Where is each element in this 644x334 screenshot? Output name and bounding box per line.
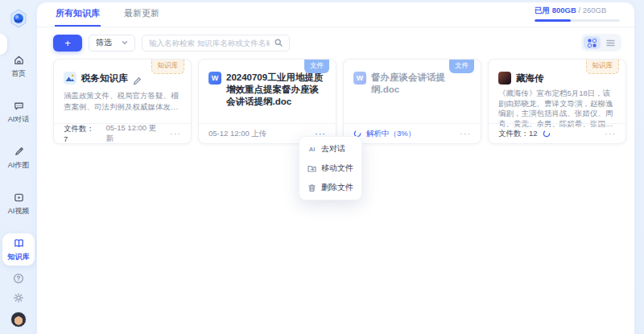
file-badge: 文件 bbox=[304, 60, 329, 73]
sidebar-item-label: 知识库 bbox=[8, 252, 30, 262]
toolbar: + 筛选 bbox=[37, 27, 634, 57]
sidebar-item-label: AI视频 bbox=[8, 206, 30, 216]
ai-icon: AI bbox=[308, 146, 316, 153]
main-panel: 所有知识库 最新更新 已用 800GB / 260GB + 筛选 bbox=[37, 2, 634, 334]
menu-item-label: 去对话 bbox=[321, 143, 345, 155]
sidebar-item-ai-draw[interactable]: AI作图 bbox=[2, 142, 35, 174]
cover-thumbnail bbox=[498, 72, 511, 85]
more-menu-button[interactable]: ··· bbox=[460, 130, 471, 137]
filter-dropdown[interactable]: 筛选 bbox=[89, 35, 135, 52]
knowledge-base-card[interactable]: 知识库 税务知识库 涵盖政策文件、税局官方答疑、稽查案例、司法判例及权威媒体发布… bbox=[53, 59, 192, 144]
storage-total-label: / 260GB bbox=[578, 6, 606, 14]
menu-item-label: 移动文件 bbox=[321, 163, 353, 174]
kb-badge: 知识库 bbox=[586, 60, 620, 74]
search-box bbox=[142, 35, 290, 52]
app-window: 首页 AI对话 AI作图 AI视频 知识库 bbox=[0, 0, 644, 334]
card-grid: 知识库 税务知识库 涵盖政策文件、税局官方答疑、稽查案例、司法判例及权威媒体发布… bbox=[37, 57, 634, 144]
list-view-button[interactable] bbox=[602, 36, 619, 49]
topbar: 所有知识库 最新更新 已用 800GB / 260GB bbox=[37, 2, 634, 27]
add-button[interactable]: + bbox=[53, 35, 82, 52]
video-play-icon bbox=[13, 192, 25, 204]
storage-used-label: 已用 800GB bbox=[535, 6, 576, 14]
kb-badge: 知识库 bbox=[151, 60, 185, 74]
grid-view-icon bbox=[588, 39, 597, 47]
word-doc-icon: W bbox=[208, 72, 221, 85]
list-view-icon bbox=[606, 39, 615, 47]
sidebar-item-home[interactable]: 首页 bbox=[2, 50, 35, 82]
sidebar-bottom bbox=[10, 273, 27, 328]
tab-latest-updates[interactable]: 最新更新 bbox=[123, 0, 160, 27]
book-icon bbox=[13, 237, 25, 249]
parsing-status: 解析中（3%） bbox=[366, 129, 415, 139]
sidebar-item-label: AI作图 bbox=[8, 160, 30, 171]
storage-progress-bar bbox=[535, 19, 620, 22]
sidebar-item-ai-video[interactable]: AI视频 bbox=[2, 188, 35, 220]
storage-progress-fill bbox=[535, 19, 571, 22]
file-badge: 文件 bbox=[449, 60, 474, 73]
sidebar-item-knowledge-base[interactable]: 知识库 bbox=[2, 233, 35, 266]
card-title: 20240709工业用地提质增效重点提案督办座谈会讲话提纲.doc bbox=[226, 72, 326, 108]
card-title: 藏海传 bbox=[516, 72, 544, 85]
file-card-parsing[interactable]: 文件 W 督办座谈会讲话提纲.doc 解析中（3%） ··· bbox=[343, 59, 481, 144]
user-avatar[interactable] bbox=[10, 311, 27, 328]
chevron-down-icon bbox=[122, 39, 128, 46]
trash-icon bbox=[308, 183, 316, 192]
sidebar-nav: 首页 AI对话 AI作图 AI视频 知识库 bbox=[2, 50, 35, 266]
sidebar-item-label: 首页 bbox=[11, 68, 26, 79]
menu-item-delete-file[interactable]: 删除文件 bbox=[308, 182, 353, 193]
app-logo-icon bbox=[8, 8, 29, 29]
filter-label: 筛选 bbox=[96, 37, 112, 48]
more-menu-button[interactable]: ··· bbox=[170, 130, 181, 137]
menu-item-move-file[interactable]: 移动文件 bbox=[308, 163, 353, 174]
chat-bubble-icon bbox=[13, 100, 25, 112]
sync-spinner-icon bbox=[543, 130, 551, 138]
knowledge-base-card[interactable]: 知识库 藏海传 《藏海传》宣布定档5月18日，该剧由郑晓龙、曹译文导演，赵柳逸编… bbox=[488, 59, 626, 144]
move-folder-icon bbox=[308, 164, 316, 173]
home-icon bbox=[13, 54, 25, 66]
file-count: 文件数：7 bbox=[64, 124, 96, 143]
sidebar-item-label: AI对话 bbox=[8, 114, 30, 125]
settings-gear-icon[interactable] bbox=[13, 292, 24, 303]
file-count: 文件数：12 bbox=[498, 129, 538, 139]
file-card[interactable]: 文件 W 20240709工业用地提质增效重点提案督办座谈会讲话提纲.doc 0… bbox=[198, 59, 336, 144]
card-description: 涵盖政策文件、税局官方答疑、稽查案例、司法判例及权威媒体发布的观点文章。 bbox=[64, 90, 181, 113]
card-footer: 解析中（3%） ··· bbox=[344, 123, 481, 143]
card-context-menu: AI 去对话 移动文件 删除文件 bbox=[299, 136, 362, 200]
search-icon[interactable] bbox=[275, 39, 283, 47]
tab-all-knowledge-bases[interactable]: 所有知识库 bbox=[55, 0, 101, 27]
card-footer: 文件数：7 05-15 12:00 更新 ··· bbox=[54, 123, 191, 143]
more-menu-button[interactable]: ··· bbox=[605, 130, 616, 137]
upload-time: 05-12 12:00 上传 bbox=[208, 129, 266, 139]
tab-bar: 所有知识库 最新更新 bbox=[55, 2, 160, 27]
sidebar-item-ai-chat[interactable]: AI对话 bbox=[2, 96, 35, 128]
brush-icon bbox=[13, 146, 25, 158]
menu-item-label: 删除文件 bbox=[321, 182, 353, 193]
card-title: 税务知识库 bbox=[81, 72, 128, 85]
view-toggle bbox=[581, 34, 621, 52]
card-footer: 文件数：12 ··· bbox=[489, 123, 625, 143]
menu-item-go-to-chat[interactable]: AI 去对话 bbox=[308, 143, 353, 155]
search-input[interactable] bbox=[149, 39, 270, 47]
card-title: 督办座谈会讲话提纲.doc bbox=[371, 72, 471, 96]
grid-view-button[interactable] bbox=[584, 36, 601, 49]
edit-pencil-icon[interactable] bbox=[133, 74, 142, 83]
help-icon[interactable] bbox=[13, 273, 24, 284]
word-doc-icon: W bbox=[353, 72, 366, 85]
update-time: 05-15 12:00 更新 bbox=[105, 123, 160, 144]
picture-icon bbox=[64, 72, 76, 85]
storage-usage: 已用 800GB / 260GB bbox=[535, 6, 620, 27]
